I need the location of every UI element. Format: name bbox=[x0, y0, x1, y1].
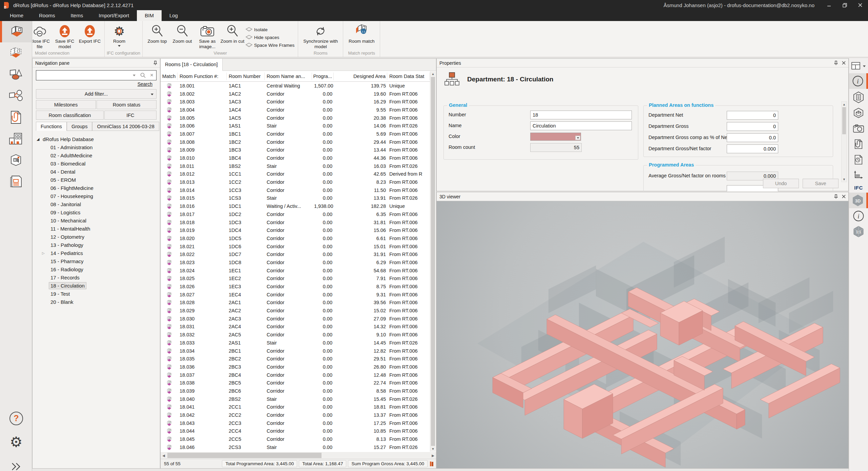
tree-root[interactable]: ◢ dRofus Help Database bbox=[33, 135, 160, 143]
tree-item[interactable]: 15 - Pharmacy bbox=[33, 257, 160, 265]
table-row[interactable]: 18.004 1AC4 Corridor 0.00 9.55 From RT.0… bbox=[161, 106, 430, 114]
save-as-image-button[interactable]: Save as image... bbox=[195, 22, 220, 50]
sidebar-item-items[interactable] bbox=[0, 64, 32, 85]
col-designed-area[interactable]: Designed Area bbox=[334, 73, 387, 80]
table-row[interactable]: 18.041 2CC1 Corridor 0.00 18.81 From RT.… bbox=[161, 403, 430, 411]
panel-images-button[interactable] bbox=[849, 121, 868, 136]
scroll-left-icon[interactable]: ◀ bbox=[161, 452, 167, 459]
tab-rooms[interactable]: Rooms bbox=[31, 10, 63, 21]
table-row[interactable]: 18.008 1BC2 Corridor 0.00 29.44 From RT.… bbox=[161, 138, 430, 146]
room-config-button[interactable]: ⚙ Room bbox=[107, 22, 132, 47]
table-row[interactable]: 18.034 2BC1 Corridor 0.00 12.82 From RT.… bbox=[161, 347, 430, 355]
table-row[interactable]: 18.028 2AC1 Corridor 0.00 39.56 From RT.… bbox=[161, 299, 430, 307]
nav-tab-groups[interactable]: Groups bbox=[67, 122, 92, 131]
export-ifc-button[interactable]: Export IFC bbox=[77, 22, 102, 44]
number-field[interactable]: 18 bbox=[530, 111, 632, 119]
panel-ifc-info-button[interactable]: i bbox=[849, 208, 868, 224]
table-row[interactable]: 18.042 2CC2 Corridor 0.00 13.37 From RT.… bbox=[161, 411, 430, 419]
panel-3d-button[interactable]: 3D bbox=[849, 193, 868, 208]
panel-info-button[interactable]: i bbox=[849, 73, 868, 89]
nav-tab-omniclass[interactable]: OmniClass 14 2006-03-28 bbox=[92, 122, 159, 131]
col-programmed[interactable]: Progra... bbox=[312, 73, 334, 80]
table-row[interactable]: 18.022 1DC7 Corridor 0.00 31.91 From RT.… bbox=[161, 250, 430, 258]
table-row[interactable]: 18.019 1DC4 Corridor 0.00 15.06 From RT.… bbox=[161, 226, 430, 234]
table-row[interactable]: 18.025 1EC2 Corridor 0.00 7.91 From RT.0… bbox=[161, 275, 430, 283]
table-vertical-scrollbar[interactable]: ▲ ▼ bbox=[430, 71, 436, 452]
planned-value-field[interactable]: 0.0 bbox=[727, 133, 778, 142]
table-row[interactable]: 18.044 2CC4 Corridor 0.00 10.85 From RT.… bbox=[161, 427, 430, 435]
col-room-number[interactable]: Room Number bbox=[227, 73, 265, 80]
table-row[interactable]: 18.043 2CC3 Corridor 0.00 17.25 From RT.… bbox=[161, 419, 430, 427]
table-row[interactable]: 18.035 2BC2 Corridor 0.00 29.51 From RT.… bbox=[161, 355, 430, 363]
color-dropdown-icon[interactable] bbox=[575, 136, 580, 140]
table-row[interactable]: 18.031 2AC4 Corridor 0.00 14.32 From RT.… bbox=[161, 323, 430, 331]
table-row[interactable]: 18.023 1DC8 Corridor 0.00 6.29 From RT.0… bbox=[161, 258, 430, 267]
sidebar-item-documents[interactable] bbox=[0, 106, 32, 128]
zoom-out-button[interactable]: Zoom out bbox=[170, 22, 195, 44]
close-icon[interactable] bbox=[842, 61, 846, 65]
table-row[interactable]: 18.013 1CC2 Corridor 0.00 8.23 From RT.0… bbox=[161, 178, 430, 186]
hide-spaces-toggle[interactable]: Hide spaces bbox=[246, 34, 294, 41]
table-row[interactable]: 18.018 1DC3 Corridor 0.00 31.81 From RT.… bbox=[161, 218, 430, 227]
space-wire-frames-toggle[interactable]: Space Wire Frames bbox=[246, 41, 294, 49]
scrollbar-thumb[interactable] bbox=[167, 453, 322, 458]
table-row[interactable]: 18.011 1BS2 Stair 0.00 16.03 From RT.026 bbox=[161, 162, 430, 170]
pin-icon[interactable] bbox=[834, 61, 838, 65]
table-row[interactable]: 18.017 1DC2 Corridor 0.00 6.35 From RT.0… bbox=[161, 210, 430, 218]
layout-selector-button[interactable] bbox=[849, 60, 868, 72]
panel-measure-button[interactable] bbox=[849, 168, 868, 183]
table-row[interactable]: 18.005 1AC5 Corridor 0.00 20.38 From RT.… bbox=[161, 114, 430, 122]
close-icon[interactable] bbox=[842, 195, 846, 198]
table-row[interactable]: 18.007 1BC1 Corridor 0.00 5.69 From RT.0… bbox=[161, 130, 430, 138]
sidebar-item-buildings[interactable] bbox=[0, 128, 32, 149]
table-horizontal-scrollbar[interactable]: ◀ ▶ bbox=[161, 452, 436, 459]
tab-import-export[interactable]: Import/Export bbox=[91, 10, 137, 21]
table-row[interactable]: 18.027 1EC4 Corridor 0.00 9.31 From RT.0… bbox=[161, 291, 430, 299]
tree-item[interactable]: 17 - Records bbox=[33, 273, 160, 281]
search-dropdown-icon[interactable] bbox=[130, 75, 139, 76]
panel-room-data-button[interactable] bbox=[849, 90, 868, 105]
search-icon[interactable] bbox=[139, 73, 147, 78]
tab-log[interactable]: Log bbox=[162, 10, 186, 21]
tree-item[interactable]: 16 - Radiology bbox=[33, 265, 160, 273]
table-row[interactable]: 18.045 2CC5 Corridor 0.00 8.13 From RT.0… bbox=[161, 435, 430, 443]
col-match[interactable]: Match bbox=[161, 73, 178, 80]
tab-items[interactable]: Items bbox=[63, 10, 91, 21]
save-button[interactable]: Save bbox=[803, 179, 839, 188]
table-row[interactable]: 18.032 2AC5 Corridor 0.00 9.10 From RT.0… bbox=[161, 331, 430, 339]
save-ifc-model-button[interactable]: Save IFC model bbox=[52, 22, 77, 50]
pin-icon[interactable] bbox=[834, 194, 838, 199]
clear-search-icon[interactable]: × bbox=[147, 72, 156, 79]
search-input[interactable] bbox=[36, 71, 130, 80]
table-row[interactable]: 18.020 1DC5 Corridor 0.00 6.61 From RT.0… bbox=[161, 234, 430, 242]
table-row[interactable]: 18.037 2BC4 Corridor 0.00 12.48 From RT.… bbox=[161, 371, 430, 379]
table-row[interactable]: 18.014 1CC3 Corridor 0.00 11.50 From RT.… bbox=[161, 186, 430, 194]
table-row[interactable]: 18.039 2BC6 Corridor 0.00 8.58 From RT.0… bbox=[161, 387, 430, 395]
synchronize-with-model-button[interactable]: Synchronize with model bbox=[300, 22, 341, 50]
tree-item[interactable]: 01 - Administration bbox=[33, 143, 160, 151]
table-row[interactable]: 18.024 1EC1 Corridor 0.00 54.68 From RT.… bbox=[161, 267, 430, 275]
rooms-document-tab[interactable]: Rooms [18 - Circulation] bbox=[161, 59, 223, 71]
filter-room-status-button[interactable]: Room status bbox=[97, 100, 157, 109]
table-row[interactable]: 18.012 1CC1 Corridor 0.00 42.65 Derived … bbox=[161, 170, 430, 178]
panel-model-button[interactable] bbox=[849, 105, 868, 121]
table-row[interactable]: 18.003 1AC3 Corridor 0.00 16.29 From RT.… bbox=[161, 98, 430, 106]
zoom-top-button[interactable]: Zoom top bbox=[145, 22, 170, 44]
scroll-up-icon[interactable]: ▲ bbox=[430, 71, 436, 77]
panel-attachments-button[interactable] bbox=[849, 136, 868, 152]
col-room-name[interactable]: Room Name an... bbox=[265, 73, 312, 80]
close-button[interactable] bbox=[852, 0, 868, 10]
tree-item[interactable]: 14 - Pediatrics bbox=[33, 249, 160, 257]
planned-value-field[interactable]: 0 bbox=[727, 122, 778, 131]
nav-tab-functions[interactable]: Functions bbox=[36, 122, 67, 131]
help-button[interactable]: ? bbox=[0, 408, 32, 429]
isolate-toggle[interactable]: Isolate bbox=[246, 26, 294, 34]
sidebar-item-reports[interactable] bbox=[0, 171, 32, 192]
scrollbar-thumb[interactable] bbox=[842, 107, 846, 134]
tree-item[interactable]: 13 - Pathology bbox=[33, 241, 160, 249]
scrollbar-thumb[interactable] bbox=[431, 77, 435, 446]
tree-item[interactable]: 04 - Dental bbox=[33, 168, 160, 176]
table-row[interactable]: 18.015 1CS3 Stair 0.00 13.91 From RT.026 bbox=[161, 194, 430, 202]
scroll-right-icon[interactable]: ▶ bbox=[430, 452, 436, 459]
filter-milestones-button[interactable]: Milestones bbox=[36, 100, 96, 109]
